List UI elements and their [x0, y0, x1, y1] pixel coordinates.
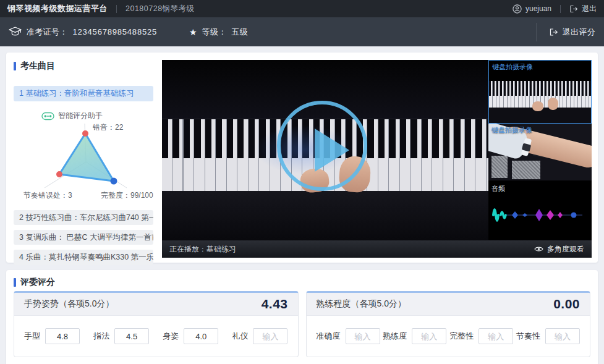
user-menu[interactable]: yuejuan: [513, 4, 551, 14]
score-card-proficiency-title: 熟练程度（各项5.0分）: [317, 298, 406, 310]
score-card-gesture-fields: 手型 指法 身姿 礼仪: [14, 316, 298, 357]
field-posture-label: 身姿: [163, 331, 179, 342]
judge-section-header: 评委评分: [14, 277, 55, 288]
play-icon: [315, 129, 349, 172]
header-actions: yuejuan 退出: [513, 4, 597, 14]
thumb2-background-block: [512, 161, 540, 179]
thumbnail-1-label: 键盘拍摄录像: [492, 62, 533, 72]
radar-label-completeness: 完整度：99/100: [101, 191, 153, 200]
audio-waveform: [488, 197, 592, 234]
track-item-1[interactable]: 1 基础练习：音阶和琶音基础练习: [14, 86, 153, 101]
radar-dot-wrong-notes: [82, 130, 88, 137]
field-posture: 身姿: [163, 328, 218, 344]
ticket-number: 12345678985488525: [73, 27, 158, 36]
ticket-label: 准考证号：: [27, 27, 68, 38]
radar-dot-completeness: [111, 178, 117, 185]
track-list-panel: 考生曲目 1 基础练习：音阶和琶音基础练习 智能评分助手: [14, 61, 161, 256]
radar-dot-rhythm-errors: [56, 171, 62, 177]
field-etiquette-label: 礼仪: [232, 331, 248, 342]
field-completeness-label: 完整性: [449, 331, 474, 342]
field-fingering-label: 指法: [93, 331, 109, 342]
logout-label: 退出: [582, 4, 597, 14]
smart-scoring-label: 智能评分助手: [58, 111, 103, 121]
main-video-view[interactable]: [162, 60, 488, 240]
keyboard-camera-thumbnail-2[interactable]: 键盘拍摄录像: [488, 124, 592, 180]
star-icon: ★: [189, 28, 197, 36]
field-completeness-input[interactable]: [479, 328, 513, 344]
user-avatar-icon: [513, 4, 522, 14]
thumb1-left-hand: [532, 101, 543, 111]
judge-section-title: 评委评分: [20, 277, 55, 288]
score-card-gesture-header: 手势姿势（各项5.0分） 4.43: [14, 293, 298, 316]
track-item-4[interactable]: 4 乐曲：莫扎特钢琴奏鸣曲K330 第一乐章: [14, 250, 153, 265]
thumbnail-2-label: 键盘拍摄录像: [491, 125, 532, 135]
field-proficiency-label: 熟练度: [383, 331, 407, 342]
track-list-header: 考生曲目: [14, 61, 161, 72]
radar-label-wrong-notes: 错音：22: [92, 123, 124, 132]
keyboard-camera-thumbnail-1[interactable]: 键盘拍摄录像: [488, 60, 592, 124]
video-player: 键盘拍摄录像 键盘拍摄录像 音频: [162, 60, 592, 258]
exam-main-panel: 考生曲目 1 基础练习：音阶和琶音基础练习 智能评分助手: [6, 53, 598, 263]
multi-angle-button[interactable]: 多角度观看: [534, 244, 584, 255]
level-group: ★ 等级： 五级: [189, 27, 248, 38]
field-rhythm-label: 节奏性: [516, 331, 540, 342]
score-card-gesture-total: 4.43: [262, 297, 288, 311]
thumb1-black-keys: [489, 81, 591, 95]
score-card-gesture: 手势姿势（各项5.0分） 4.43 手型 指法 身姿 礼仪: [14, 291, 299, 357]
track-list-title: 考生曲目: [20, 61, 55, 72]
level-label: 等级：: [202, 27, 227, 38]
field-accuracy: 准确度: [317, 328, 380, 344]
field-proficiency: 熟练度: [383, 328, 446, 344]
score-card-proficiency: 熟练程度（各项5.0分） 0.00 准确度 熟练度 完整性 节奏性: [306, 291, 591, 357]
field-posture-input[interactable]: [184, 328, 218, 344]
exam-info-bar: 准考证号： 12345678985488525 ★ 等级： 五级 退出评分: [0, 17, 604, 46]
logout-icon: [569, 5, 578, 13]
field-accuracy-input[interactable]: [346, 328, 380, 344]
field-proficiency-input[interactable]: [412, 328, 446, 344]
graduation-cap-icon: [9, 27, 22, 37]
thumb1-right-hand: [548, 98, 558, 110]
logout-button[interactable]: 退出: [569, 4, 597, 14]
field-fingering: 指法: [93, 328, 149, 344]
smart-scoring-toggle[interactable]: 智能评分助手: [41, 111, 103, 121]
judge-scoring-panel: 评委评分 手势姿势（各项5.0分） 4.43 手型 指法 身姿: [6, 270, 598, 364]
field-hand-shape-label: 手型: [24, 331, 40, 342]
audio-label: 音频: [491, 184, 505, 193]
session-title: 20180728钢琴考级: [125, 4, 195, 14]
header-divider-2: [560, 5, 561, 13]
exit-scoring-label: 退出评分: [563, 27, 595, 38]
app-title: 钢琴视频考级数据运营平台: [7, 3, 108, 14]
now-playing-text: 正在播放：基础练习: [169, 244, 236, 255]
eye-icon: [534, 246, 543, 252]
field-hand-shape-input[interactable]: [45, 328, 80, 344]
radar-chart: 错音：22 节奏错误处：3 完整度：99/100: [14, 122, 158, 204]
thumb2-background-block: [491, 156, 508, 178]
multi-angle-label: 多角度观看: [547, 244, 584, 255]
camera-angle-column: 键盘拍摄录像 键盘拍摄录像 音频: [488, 60, 592, 240]
header-divider: [116, 5, 117, 13]
field-etiquette: 礼仪: [232, 328, 287, 344]
piano-front: [162, 191, 488, 240]
field-fingering-input[interactable]: [114, 328, 149, 344]
app-header: 钢琴视频考级数据运营平台 20180728钢琴考级 yuejuan 退出: [0, 0, 604, 17]
field-completeness: 完整性: [449, 328, 513, 344]
exit-scoring-icon: [549, 28, 558, 36]
field-accuracy-label: 准确度: [317, 331, 341, 342]
field-hand-shape: 手型: [24, 328, 80, 344]
track-item-3[interactable]: 3 复调乐曲： 巴赫C 大调平均律第一首前奏曲: [14, 230, 153, 245]
level-value: 五级: [231, 27, 248, 38]
section-accent-bar: [14, 278, 16, 287]
score-card-proficiency-total: 0.00: [553, 297, 580, 311]
ticket-group: 准考证号： 12345678985488525: [9, 27, 157, 38]
score-card-gesture-title: 手势姿势（各项5.0分）: [24, 298, 114, 310]
field-etiquette-input[interactable]: [253, 328, 287, 344]
track-item-2[interactable]: 2 技巧性练习曲：车尔尼练习曲740 第一首: [14, 210, 153, 225]
exit-scoring-button[interactable]: 退出评分: [536, 23, 595, 41]
field-rhythm-input[interactable]: [545, 328, 580, 344]
username: yuejuan: [525, 4, 551, 13]
score-card-proficiency-fields: 准确度 熟练度 完整性 节奏性: [307, 316, 590, 357]
radar-label-rhythm-errors: 节奏错误处：3: [23, 191, 72, 200]
player-status-bar: 正在播放：基础练习 多角度观看: [162, 240, 592, 258]
audio-track-section[interactable]: 音频: [488, 180, 592, 240]
section-accent-bar: [14, 62, 16, 70]
